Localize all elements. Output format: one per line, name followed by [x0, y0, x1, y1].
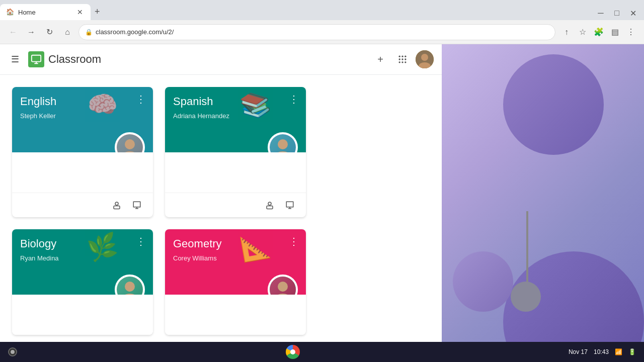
- svg-point-7: [399, 61, 400, 63]
- minimize-button[interactable]: ─: [594, 6, 608, 20]
- card-avatar-english: [115, 132, 145, 152]
- header-actions: +: [371, 50, 434, 68]
- svg-point-11: [421, 54, 428, 61]
- extensions-button[interactable]: 🧩: [592, 25, 606, 39]
- apps-grid-button[interactable]: [393, 50, 412, 68]
- cards-grid: EnglishSteph Keller⋮🧠 SpanishAdriana Her…: [0, 75, 442, 347]
- forward-button[interactable]: →: [24, 25, 38, 39]
- browser-content: ☰ Classroom +: [0, 44, 442, 362]
- share-button[interactable]: ↑: [559, 25, 574, 39]
- svg-point-9: [405, 61, 406, 63]
- url-text: classroom.google.com/u/2/: [96, 28, 549, 36]
- hamburger-menu[interactable]: ☰: [8, 51, 22, 68]
- svg-point-16: [115, 202, 118, 205]
- svg-rect-0: [32, 55, 41, 62]
- card-people-button-spanish[interactable]: [262, 197, 278, 213]
- card-deco-spanish: 📚: [238, 88, 273, 122]
- svg-point-6: [405, 58, 406, 60]
- card-menu-geometry[interactable]: ⋮: [286, 233, 302, 249]
- taskbar-dot[interactable]: [8, 347, 17, 356]
- app-header: ☰ Classroom +: [0, 44, 442, 75]
- maximize-button[interactable]: □: [610, 6, 624, 20]
- svg-point-3: [405, 56, 406, 57]
- svg-point-24: [125, 282, 135, 292]
- class-card-geometry[interactable]: GeometryCorey Williams⋮📐: [165, 229, 306, 335]
- home-button[interactable]: ⌂: [60, 25, 74, 39]
- class-card-english[interactable]: EnglishSteph Keller⋮🧠: [12, 87, 153, 217]
- card-title-biology: Biology: [20, 237, 145, 250]
- card-body-english: [12, 152, 153, 193]
- svg-point-2: [401, 56, 403, 57]
- card-footer-english: [12, 193, 153, 217]
- svg-rect-17: [114, 206, 120, 209]
- bookmark-button[interactable]: ☆: [576, 25, 590, 39]
- card-teacher-spanish: Adriana Hernandez: [173, 112, 298, 120]
- card-avatar-geometry: [268, 275, 298, 295]
- svg-point-5: [401, 58, 403, 60]
- card-teacher-biology: Ryan Medina: [20, 254, 145, 262]
- card-title-english: English: [20, 95, 145, 108]
- reload-button[interactable]: ↻: [42, 25, 56, 39]
- user-avatar[interactable]: [416, 50, 434, 68]
- card-deco-biology: 🌿: [86, 231, 120, 264]
- card-footer-spanish: [165, 193, 306, 217]
- card-teacher-geometry: Corey Williams: [173, 254, 298, 262]
- sidebar-button[interactable]: ▤: [608, 25, 622, 39]
- card-people-button-english[interactable]: [109, 197, 125, 213]
- card-header-geometry: GeometryCorey Williams⋮📐: [165, 229, 306, 295]
- card-title-spanish: Spanish: [173, 95, 298, 108]
- wallpaper-wheel: [511, 282, 541, 312]
- active-tab[interactable]: 🏠 Home ✕: [0, 4, 91, 20]
- tab-favicon: 🏠: [6, 8, 14, 16]
- svg-point-19: [278, 139, 288, 149]
- taskbar-center: [286, 345, 300, 359]
- svg-point-27: [278, 282, 288, 292]
- card-header-spanish: SpanishAdriana Hernandez⋮📚: [165, 87, 306, 152]
- time-display: 10:43: [594, 348, 609, 355]
- tab-title: Home: [18, 9, 71, 16]
- card-menu-spanish[interactable]: ⋮: [286, 91, 302, 107]
- card-header-english: EnglishSteph Keller⋮🧠: [12, 87, 153, 152]
- card-menu-biology[interactable]: ⋮: [133, 233, 149, 249]
- lock-icon: 🔒: [85, 29, 93, 36]
- more-button[interactable]: ⋮: [624, 25, 638, 39]
- svg-point-4: [399, 58, 400, 60]
- nav-actions: ↑ ☆ 🧩 ▤ ⋮: [559, 25, 638, 39]
- svg-point-14: [125, 139, 135, 149]
- taskbar: Nov 17 10:43 📶 🔋: [0, 342, 644, 362]
- wallpaper-sphere: [503, 54, 604, 155]
- tab-bar: 🏠 Home ✕ + ─ □ ✕: [0, 0, 644, 20]
- card-body-biology: [12, 295, 153, 335]
- card-menu-english[interactable]: ⋮: [133, 91, 149, 107]
- card-header-biology: BiologyRyan Medina⋮🌿: [12, 229, 153, 295]
- taskbar-left: [8, 347, 17, 356]
- main-area: ☰ Classroom +: [0, 44, 644, 362]
- card-folder-button-spanish[interactable]: [282, 197, 298, 213]
- card-avatar-biology: [115, 275, 145, 295]
- desktop-wallpaper: [442, 44, 644, 362]
- card-deco-english: 🧠: [86, 88, 120, 122]
- class-card-biology[interactable]: BiologyRyan Medina⋮🌿: [12, 229, 153, 335]
- browser-frame: 🏠 Home ✕ + ─ □ ✕ ← → ↻ ⌂ 🔒 classroom.goo…: [0, 0, 644, 362]
- navigation-bar: ← → ↻ ⌂ 🔒 classroom.google.com/u/2/ ↑ ☆ …: [0, 20, 644, 44]
- add-class-button[interactable]: +: [371, 50, 389, 68]
- window-controls: ─ □ ✕: [594, 6, 644, 20]
- svg-point-1: [399, 56, 400, 57]
- class-card-spanish[interactable]: SpanishAdriana Hernandez⋮📚: [165, 87, 306, 217]
- tab-close-button[interactable]: ✕: [75, 8, 85, 17]
- card-body-geometry: [165, 295, 306, 335]
- url-bar[interactable]: 🔒 classroom.google.com/u/2/: [78, 24, 555, 40]
- app-logo: Classroom: [28, 51, 101, 67]
- close-button[interactable]: ✕: [626, 6, 640, 20]
- card-body-spanish: [165, 152, 306, 193]
- svg-point-8: [401, 61, 403, 63]
- card-teacher-english: Steph Keller: [20, 112, 145, 120]
- card-deco-geometry: 📐: [238, 231, 273, 264]
- card-avatar-spanish: [268, 132, 298, 152]
- app-title: Classroom: [48, 53, 101, 66]
- new-tab-button[interactable]: +: [91, 4, 104, 20]
- card-folder-button-english[interactable]: [129, 197, 145, 213]
- chrome-icon[interactable]: [286, 345, 300, 359]
- svg-rect-22: [267, 206, 273, 209]
- back-button[interactable]: ←: [6, 25, 20, 39]
